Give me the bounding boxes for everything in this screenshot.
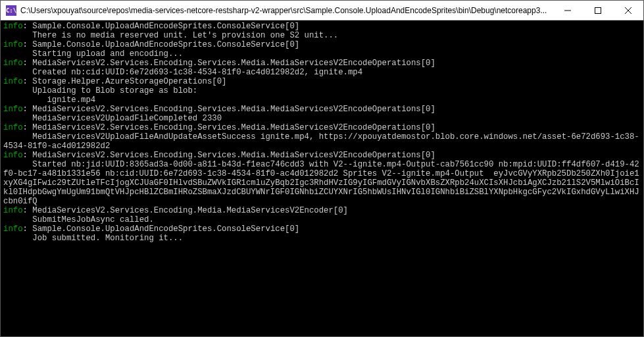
log-source: MediaServicesV2.Services.Encoding.Servic… bbox=[32, 105, 435, 114]
log-level: info bbox=[3, 105, 23, 114]
log-message: Starting upload and encoding... bbox=[3, 49, 641, 59]
log-entry: info: MediaServicesV2.Services.Encoding.… bbox=[3, 59, 641, 68]
window-title: C:\Users\xpouyat\source\repos\media-serv… bbox=[20, 6, 553, 15]
console-window: C:\ C:\Users\xpouyat\source\repos\media-… bbox=[0, 0, 644, 337]
log-source: MediaServicesV2.Services.Encoding.Media.… bbox=[32, 206, 348, 215]
maximize-icon bbox=[595, 7, 601, 14]
close-button[interactable] bbox=[613, 1, 643, 20]
log-level: info bbox=[3, 77, 23, 86]
log-source: MediaServicesV2.Services.Encoding.Servic… bbox=[32, 151, 435, 160]
log-entry: info: Sample.Console.UploadAndEncodeSpri… bbox=[3, 40, 641, 49]
window-controls bbox=[553, 1, 643, 20]
log-level: info bbox=[3, 40, 23, 49]
log-level: info bbox=[3, 123, 23, 132]
minimize-icon bbox=[564, 7, 571, 14]
console-output[interactable]: info: Sample.Console.UploadAndEncodeSpri… bbox=[1, 20, 643, 336]
log-entry: info: Storage.Helper.AzureStorageOperati… bbox=[3, 77, 641, 86]
log-entry: info: Sample.Console.UploadAndEncodeSpri… bbox=[3, 22, 641, 31]
log-message: Started nb:jid:UUID:8365ad3a-0d00-a811-b… bbox=[3, 160, 641, 206]
log-level: info bbox=[3, 22, 23, 31]
log-message: MediaServicesV2UploadFileAndUpdateAssetS… bbox=[3, 132, 641, 151]
log-message: MediaServicesV2UploadFileCompleted 2330 bbox=[3, 114, 641, 123]
log-level: info bbox=[3, 224, 23, 234]
log-level: info bbox=[3, 206, 23, 215]
log-entry: info: Sample.Console.UploadAndEncodeSpri… bbox=[3, 224, 641, 234]
log-level: info bbox=[3, 151, 23, 160]
log-source: Sample.Console.UploadAndEncodeSprites.Co… bbox=[32, 22, 299, 31]
log-message: There is no media reserved unit. Let's p… bbox=[3, 31, 641, 40]
log-message: Created nb:cid:UUID:6e72d693-1c38-4534-8… bbox=[3, 68, 641, 77]
log-source: Storage.Helper.AzureStorageOperations[0] bbox=[32, 77, 226, 86]
log-entry: info: MediaServicesV2.Services.Encoding.… bbox=[3, 123, 641, 132]
log-level: info bbox=[3, 59, 23, 68]
log-entry: info: MediaServicesV2.Services.Encoding.… bbox=[3, 206, 641, 215]
log-message: Job submitted. Monitoring it... bbox=[3, 234, 641, 243]
log-message: SubmitMesJobAsync called. bbox=[3, 215, 641, 224]
log-message: Uploading to Blob storage as blob: ignit… bbox=[3, 86, 641, 105]
log-source: MediaServicesV2.Services.Encoding.Servic… bbox=[32, 123, 435, 132]
log-source: MediaServicesV2.Services.Encoding.Servic… bbox=[32, 59, 435, 68]
titlebar[interactable]: C:\ C:\Users\xpouyat\source\repos\media-… bbox=[1, 1, 643, 20]
app-icon: C:\ bbox=[6, 5, 16, 16]
log-entry: info: MediaServicesV2.Services.Encoding.… bbox=[3, 105, 641, 114]
maximize-button[interactable] bbox=[583, 1, 613, 20]
close-icon bbox=[625, 7, 632, 14]
svg-rect-1 bbox=[595, 7, 601, 13]
log-entry: info: MediaServicesV2.Services.Encoding.… bbox=[3, 151, 641, 160]
log-source: Sample.Console.UploadAndEncodeSprites.Co… bbox=[32, 224, 299, 234]
log-source: Sample.Console.UploadAndEncodeSprites.Co… bbox=[32, 40, 299, 49]
minimize-button[interactable] bbox=[553, 1, 583, 20]
